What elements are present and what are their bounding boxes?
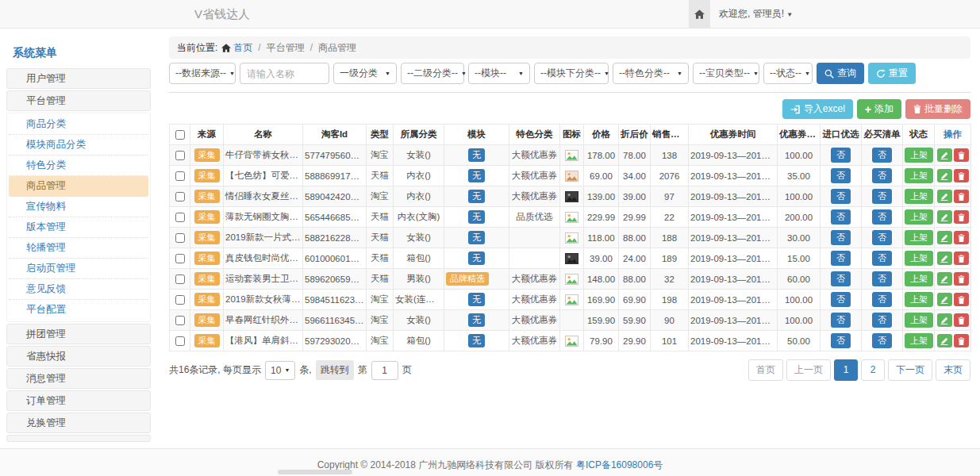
imported-toggle[interactable]: 否 (831, 292, 851, 307)
page-button[interactable]: 上一页 (786, 359, 831, 381)
filter-select[interactable]: --模块--▼ (468, 63, 530, 84)
edit-button[interactable] (937, 169, 952, 182)
sidebar-subitem[interactable]: 轮播管理 (9, 238, 148, 259)
status-button[interactable]: 上架 (905, 230, 933, 245)
page-button[interactable]: 下一页 (888, 359, 932, 381)
imported-toggle[interactable]: 否 (831, 230, 851, 245)
must-buy-toggle[interactable]: 否 (872, 271, 892, 286)
delete-button[interactable] (954, 169, 969, 182)
must-buy-toggle[interactable]: 否 (872, 251, 892, 266)
must-buy-toggle[interactable]: 否 (872, 292, 892, 307)
must-buy-toggle[interactable]: 否 (872, 313, 892, 328)
imported-toggle[interactable]: 否 (831, 271, 851, 286)
row-checkbox[interactable] (175, 171, 185, 181)
sidebar-subitem[interactable]: 意见反馈 (9, 279, 148, 300)
name-search-input[interactable] (240, 63, 329, 84)
sidebar-subitem[interactable]: 商品分类 (9, 114, 148, 135)
must-buy-toggle[interactable]: 否 (872, 168, 892, 183)
filter-select[interactable]: 一级分类▼ (333, 63, 397, 84)
status-button[interactable]: 上架 (905, 148, 933, 163)
filter-select[interactable]: --特色分类--▼ (613, 63, 689, 84)
filter-select[interactable]: --二级分类--▼ (401, 63, 464, 84)
filter-select[interactable]: --模块下分类--▼ (534, 63, 609, 84)
page-button[interactable]: 2 (861, 359, 885, 381)
imported-toggle[interactable]: 否 (831, 251, 851, 266)
imported-toggle[interactable]: 否 (831, 148, 851, 163)
user-menu[interactable]: 欢迎您, 管理员! ▼ (719, 0, 793, 29)
delete-button[interactable] (954, 231, 969, 244)
horizontal-scrollbar-thumb[interactable] (278, 470, 352, 474)
edit-button[interactable] (937, 210, 952, 224)
sidebar-subitem[interactable]: 宣传物料 (9, 197, 148, 217)
sidebar-item[interactable]: 拼团管理 (6, 324, 151, 344)
breadcrumb-home-link[interactable]: 首页 (221, 41, 252, 55)
row-checkbox[interactable] (175, 254, 185, 263)
page-button[interactable]: 1 (834, 359, 858, 381)
status-button[interactable]: 上架 (905, 313, 933, 328)
row-checkbox[interactable] (175, 192, 185, 202)
select-all-checkbox[interactable] (175, 130, 185, 140)
delete-button[interactable] (954, 334, 969, 347)
edit-button[interactable] (937, 251, 952, 265)
must-buy-toggle[interactable]: 否 (872, 230, 892, 245)
filter-select[interactable]: --状态--▼ (763, 63, 813, 84)
page-number-input[interactable] (371, 361, 398, 380)
edit-button[interactable] (937, 272, 952, 286)
imported-toggle[interactable]: 否 (831, 189, 851, 204)
imported-toggle[interactable]: 否 (831, 209, 851, 225)
status-button[interactable]: 上架 (905, 209, 933, 225)
delete-button[interactable] (954, 190, 969, 203)
must-buy-toggle[interactable]: 否 (872, 209, 892, 225)
delete-button[interactable] (954, 272, 969, 286)
per-page-select[interactable]: 10 ▼ (265, 361, 295, 380)
page-button[interactable]: 末页 (936, 359, 970, 381)
must-buy-toggle[interactable]: 否 (872, 148, 892, 163)
delete-button[interactable] (954, 148, 969, 162)
imported-toggle[interactable]: 否 (831, 313, 851, 328)
delete-button[interactable] (954, 210, 969, 224)
navbar-home-button[interactable] (689, 0, 710, 28)
must-buy-toggle[interactable]: 否 (872, 333, 892, 348)
imported-toggle[interactable]: 否 (831, 333, 851, 348)
add-button[interactable]: + 添加 (857, 99, 901, 119)
sidebar-subitem[interactable]: 模块商品分类 (9, 135, 148, 155)
import-excel-button[interactable]: 导入excel (782, 99, 853, 119)
edit-button[interactable] (937, 190, 952, 203)
row-checkbox[interactable] (175, 336, 185, 346)
delete-button[interactable] (954, 293, 969, 306)
sidebar-subitem[interactable]: 平台配置 (9, 300, 148, 321)
status-button[interactable]: 上架 (905, 271, 933, 286)
imported-toggle[interactable]: 否 (831, 168, 851, 183)
sidebar-item[interactable]: 用户管理 (6, 68, 151, 89)
reset-button[interactable]: 重置 (868, 63, 916, 84)
filter-select[interactable]: --数据来源--▼ (169, 63, 236, 84)
status-button[interactable]: 上架 (905, 251, 933, 266)
sidebar-item[interactable]: 平台管理 (6, 90, 151, 111)
sidebar-subitem[interactable]: 特色分类 (9, 155, 148, 176)
filter-select[interactable]: --宝贝类型--▼ (693, 63, 759, 84)
search-button[interactable]: 查询 (817, 63, 864, 84)
edit-button[interactable] (937, 313, 952, 327)
edit-button[interactable] (937, 293, 952, 306)
sidebar-item[interactable] (6, 435, 151, 442)
row-checkbox[interactable] (175, 151, 185, 160)
row-checkbox[interactable] (175, 295, 185, 305)
status-button[interactable]: 上架 (905, 292, 933, 307)
must-buy-toggle[interactable]: 否 (872, 189, 892, 204)
row-checkbox[interactable] (175, 316, 185, 325)
delete-button[interactable] (954, 251, 969, 265)
sidebar-item[interactable]: 订单管理 (6, 390, 151, 411)
sidebar-subitem[interactable]: 商品管理 (9, 176, 148, 197)
edit-button[interactable] (937, 334, 952, 347)
status-button[interactable]: 上架 (905, 189, 933, 204)
edit-button[interactable] (937, 148, 952, 162)
sidebar-subitem[interactable]: 版本管理 (9, 217, 148, 238)
delete-button[interactable] (954, 313, 969, 327)
row-checkbox[interactable] (175, 213, 185, 222)
icp-link[interactable]: 粤ICP备16098006号 (576, 459, 663, 470)
row-checkbox[interactable] (175, 274, 185, 284)
status-button[interactable]: 上架 (905, 333, 933, 348)
sidebar-subitem[interactable]: 启动页管理 (9, 259, 148, 279)
row-checkbox[interactable] (175, 233, 185, 243)
sidebar-item[interactable]: 消息管理 (6, 368, 151, 389)
